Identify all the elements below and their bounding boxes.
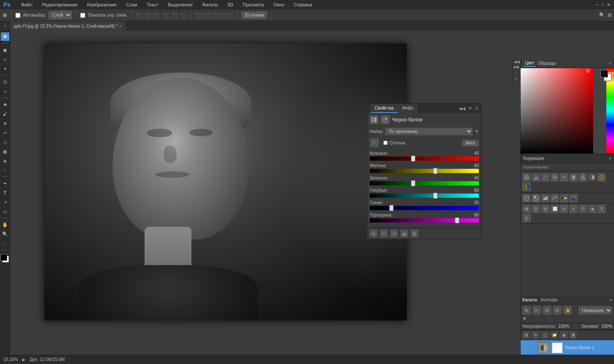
threshold-icon[interactable] [550,194,559,202]
contours-tab[interactable]: Контуры [541,298,558,302]
mask-layer-icon[interactable] [370,116,378,124]
document-tab[interactable]: ig4x-fY.jpg @ 33,3% (Черно-белое 1, Слой… [10,21,126,31]
hand-cursor-icon[interactable]: ☞ [370,138,379,147]
black-white-icon[interactable] [588,173,597,182]
brightness-contrast-2-icon[interactable]: ⊠ [522,205,531,213]
auto-select-checkbox[interactable] [15,13,20,18]
slider-track-magenta[interactable] [370,218,479,222]
adjustment-layer-icon[interactable] [381,116,389,124]
fg-bg-color-swatch[interactable] [0,254,10,263]
text-tool[interactable]: T [1,188,9,197]
history-brush-tool[interactable]: ↩ [1,128,9,137]
preset-dropdown[interactable]: По умолчанию [385,127,473,136]
foreground-color[interactable] [0,254,7,261]
channels-tab[interactable]: Каналы [522,298,538,302]
tint-checkbox-label[interactable]: Оттенок [383,141,405,145]
text-layer-icon[interactable]: T [597,205,606,213]
invert-icon[interactable] [532,194,540,202]
tab-properties[interactable]: Свойства [371,104,398,113]
selective-color-icon[interactable] [569,194,578,202]
slider-track-blue[interactable] [370,206,479,210]
menu-edit[interactable]: Редактирование [40,1,79,8]
document-canvas[interactable] [44,43,407,321]
eraser-tool[interactable]: ◻ [1,138,9,146]
more-tools-btn[interactable]: ··· [1,239,9,248]
channel-ctrl-5[interactable]: 🔒 [563,306,572,315]
slider-track-green[interactable] [370,181,479,185]
blend-mode-select[interactable]: Нормальный [578,306,612,315]
delete-adjustment-icon[interactable]: 🗑 [411,230,418,237]
link-layers-icon[interactable]: ⛓ [522,331,530,339]
layer-item-bw[interactable]: ● Черно-белое 1 [521,340,614,355]
move-tool[interactable]: ✥ [1,32,9,41]
menu-select[interactable]: Выделение [166,1,194,8]
curves-2-icon[interactable]: ⊡ [532,205,540,213]
slider-thumb-red[interactable] [411,156,415,162]
clip-to-layer-icon[interactable]: ⊛ [370,230,377,237]
search-icon-top[interactable]: 🔍 [599,12,605,18]
path-select-tool[interactable]: ↗ [1,198,9,206]
posterize-icon[interactable] [541,194,550,202]
maximize-icon[interactable]: □ [601,2,604,8]
menu-text[interactable]: Текст [145,1,160,8]
photo-filter-icon[interactable] [597,173,606,182]
delete-layer-icon[interactable]: 🗑 [569,331,577,339]
clipping-mask-icon[interactable]: ⊓ [579,205,587,213]
heal-tool[interactable]: ✚ [1,100,9,109]
slider-thumb-blue[interactable] [389,205,394,211]
panel-layout-icon[interactable]: ⊞ [608,12,611,18]
panel-options-btn[interactable]: ≡ [514,77,518,81]
status-arrow[interactable]: ▶ [22,357,26,362]
slider-track-yellow[interactable] [370,169,479,173]
curves-icon[interactable] [541,173,550,182]
layer-visibility-bw[interactable]: ● [522,345,528,351]
slider-thumb-green[interactable] [411,180,415,186]
menu-file[interactable]: Файл [19,1,34,8]
tab-close-button[interactable]: × [119,24,122,29]
menu-view[interactable]: Просмотр [241,1,266,8]
toggle-visibility-icon[interactable]: ◉ [400,230,408,237]
align-middle-icon[interactable]: ⬛ [171,12,178,18]
clone-tool[interactable]: ⊗ [1,119,9,127]
color-tab[interactable]: Цвет [523,60,536,67]
panel-menu-btn[interactable]: ≡ [475,105,478,111]
channel-mixer-icon[interactable] [522,182,531,191]
menu-layers[interactable]: Слои [124,1,139,8]
channel-ctrl-2[interactable]: ↩ [533,306,541,315]
shape-tool[interactable]: ▭ [1,207,9,216]
brightness-contrast-icon[interactable] [522,173,531,182]
close-icon[interactable]: ✕ [607,2,611,8]
blur-tool[interactable]: ◈ [1,156,9,165]
slider-thumb-yellow[interactable] [433,168,437,174]
layer-style-icon[interactable]: ≡ [569,205,578,213]
align-top-icon[interactable]: ⬛ [162,12,169,18]
hue-saturation-icon[interactable] [569,173,578,182]
foreground-color-box[interactable] [600,70,608,78]
color-picker-handle[interactable] [586,69,590,72]
3d-mode-button[interactable]: 3D-режим [241,12,267,19]
slider-track-cyan[interactable] [370,194,479,198]
create-group-icon[interactable]: 📁 [550,331,558,339]
crop-tool[interactable]: ⊡ [1,78,9,86]
exposure-icon[interactable] [550,173,559,182]
layer-select-dropdown[interactable]: Слой [49,11,72,19]
show-elements-checkbox[interactable] [80,13,85,18]
brush-tool[interactable]: 🖌 [1,110,9,118]
gradient-tool[interactable]: ▦ [1,147,9,156]
levels-icon[interactable] [532,173,540,182]
zoom-tool[interactable]: 🔍 [1,230,9,238]
channel-ctrl-1[interactable]: ⊕ [522,306,531,315]
eyedropper-tool[interactable]: ⊹ [1,87,9,95]
collapse-properties-btn[interactable]: ◀◀ [459,106,466,111]
levels-2-icon[interactable]: ⊟ [541,205,550,213]
menu-image[interactable]: Изображение [85,1,118,8]
reset-icon[interactable]: ↺ [390,230,398,237]
vibrance-icon[interactable] [560,173,568,182]
close-properties-btn[interactable]: ✕ [468,105,472,111]
auto-button[interactable]: Авто [462,139,479,147]
color-panel-menu[interactable]: ≡ [609,61,611,66]
menu-window[interactable]: Окно [272,1,286,8]
marquee-tool[interactable]: ▣ [1,46,9,54]
channels-menu[interactable]: ≡ [610,298,612,302]
hand-tool[interactable]: ✋ [1,220,9,229]
